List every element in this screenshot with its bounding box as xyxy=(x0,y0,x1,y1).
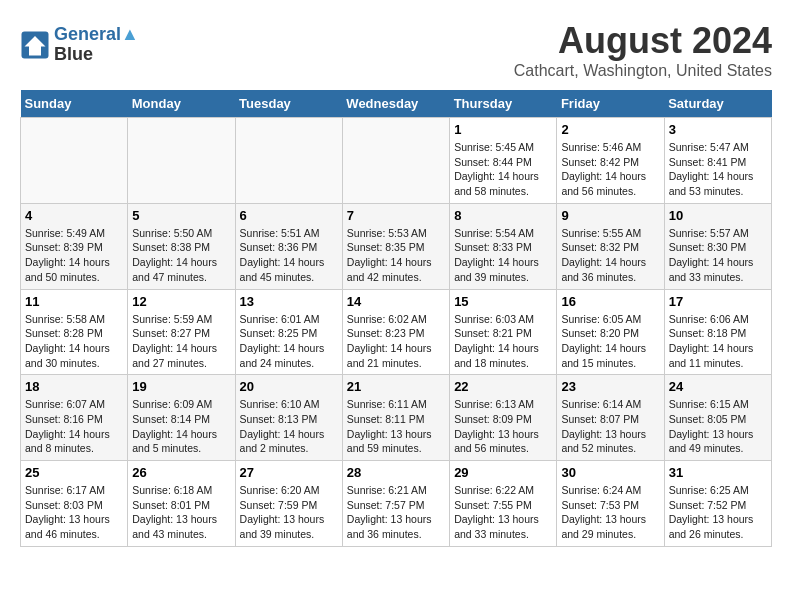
day-number: 30 xyxy=(561,465,659,480)
day-info: Sunrise: 6:09 AM Sunset: 8:14 PM Dayligh… xyxy=(132,397,230,456)
calendar-cell: 12Sunrise: 5:59 AM Sunset: 8:27 PM Dayli… xyxy=(128,289,235,375)
day-info: Sunrise: 5:46 AM Sunset: 8:42 PM Dayligh… xyxy=(561,140,659,199)
calendar-cell: 7Sunrise: 5:53 AM Sunset: 8:35 PM Daylig… xyxy=(342,203,449,289)
calendar-week-row: 18Sunrise: 6:07 AM Sunset: 8:16 PM Dayli… xyxy=(21,375,772,461)
calendar-cell: 5Sunrise: 5:50 AM Sunset: 8:38 PM Daylig… xyxy=(128,203,235,289)
day-number: 26 xyxy=(132,465,230,480)
day-number: 18 xyxy=(25,379,123,394)
day-number: 7 xyxy=(347,208,445,223)
day-info: Sunrise: 6:22 AM Sunset: 7:55 PM Dayligh… xyxy=(454,483,552,542)
weekday-header-monday: Monday xyxy=(128,90,235,118)
day-info: Sunrise: 5:57 AM Sunset: 8:30 PM Dayligh… xyxy=(669,226,767,285)
day-info: Sunrise: 6:07 AM Sunset: 8:16 PM Dayligh… xyxy=(25,397,123,456)
weekday-header-friday: Friday xyxy=(557,90,664,118)
day-info: Sunrise: 5:59 AM Sunset: 8:27 PM Dayligh… xyxy=(132,312,230,371)
calendar-cell: 28Sunrise: 6:21 AM Sunset: 7:57 PM Dayli… xyxy=(342,461,449,547)
calendar-week-row: 4Sunrise: 5:49 AM Sunset: 8:39 PM Daylig… xyxy=(21,203,772,289)
calendar-cell: 11Sunrise: 5:58 AM Sunset: 8:28 PM Dayli… xyxy=(21,289,128,375)
day-number: 9 xyxy=(561,208,659,223)
day-info: Sunrise: 6:20 AM Sunset: 7:59 PM Dayligh… xyxy=(240,483,338,542)
day-info: Sunrise: 6:11 AM Sunset: 8:11 PM Dayligh… xyxy=(347,397,445,456)
calendar-cell: 18Sunrise: 6:07 AM Sunset: 8:16 PM Dayli… xyxy=(21,375,128,461)
day-number: 3 xyxy=(669,122,767,137)
day-number: 21 xyxy=(347,379,445,394)
calendar-cell: 26Sunrise: 6:18 AM Sunset: 8:01 PM Dayli… xyxy=(128,461,235,547)
calendar-cell: 9Sunrise: 5:55 AM Sunset: 8:32 PM Daylig… xyxy=(557,203,664,289)
calendar-cell: 15Sunrise: 6:03 AM Sunset: 8:21 PM Dayli… xyxy=(450,289,557,375)
weekday-header-thursday: Thursday xyxy=(450,90,557,118)
calendar-cell: 13Sunrise: 6:01 AM Sunset: 8:25 PM Dayli… xyxy=(235,289,342,375)
calendar-cell: 1Sunrise: 5:45 AM Sunset: 8:44 PM Daylig… xyxy=(450,118,557,204)
weekday-header-sunday: Sunday xyxy=(21,90,128,118)
day-info: Sunrise: 5:47 AM Sunset: 8:41 PM Dayligh… xyxy=(669,140,767,199)
calendar-cell: 3Sunrise: 5:47 AM Sunset: 8:41 PM Daylig… xyxy=(664,118,771,204)
calendar-cell: 27Sunrise: 6:20 AM Sunset: 7:59 PM Dayli… xyxy=(235,461,342,547)
day-number: 31 xyxy=(669,465,767,480)
calendar-cell xyxy=(235,118,342,204)
day-number: 23 xyxy=(561,379,659,394)
calendar-cell: 22Sunrise: 6:13 AM Sunset: 8:09 PM Dayli… xyxy=(450,375,557,461)
day-info: Sunrise: 6:17 AM Sunset: 8:03 PM Dayligh… xyxy=(25,483,123,542)
day-info: Sunrise: 5:58 AM Sunset: 8:28 PM Dayligh… xyxy=(25,312,123,371)
day-info: Sunrise: 5:49 AM Sunset: 8:39 PM Dayligh… xyxy=(25,226,123,285)
calendar-cell: 14Sunrise: 6:02 AM Sunset: 8:23 PM Dayli… xyxy=(342,289,449,375)
day-number: 2 xyxy=(561,122,659,137)
calendar-cell: 29Sunrise: 6:22 AM Sunset: 7:55 PM Dayli… xyxy=(450,461,557,547)
calendar-cell: 16Sunrise: 6:05 AM Sunset: 8:20 PM Dayli… xyxy=(557,289,664,375)
day-number: 25 xyxy=(25,465,123,480)
day-info: Sunrise: 6:15 AM Sunset: 8:05 PM Dayligh… xyxy=(669,397,767,456)
day-info: Sunrise: 5:50 AM Sunset: 8:38 PM Dayligh… xyxy=(132,226,230,285)
calendar-cell: 25Sunrise: 6:17 AM Sunset: 8:03 PM Dayli… xyxy=(21,461,128,547)
day-number: 10 xyxy=(669,208,767,223)
day-info: Sunrise: 6:21 AM Sunset: 7:57 PM Dayligh… xyxy=(347,483,445,542)
calendar-week-row: 1Sunrise: 5:45 AM Sunset: 8:44 PM Daylig… xyxy=(21,118,772,204)
calendar-cell: 4Sunrise: 5:49 AM Sunset: 8:39 PM Daylig… xyxy=(21,203,128,289)
calendar-cell xyxy=(21,118,128,204)
day-info: Sunrise: 6:01 AM Sunset: 8:25 PM Dayligh… xyxy=(240,312,338,371)
calendar-cell xyxy=(128,118,235,204)
calendar-cell: 30Sunrise: 6:24 AM Sunset: 7:53 PM Dayli… xyxy=(557,461,664,547)
day-number: 22 xyxy=(454,379,552,394)
logo: General▲ Blue xyxy=(20,25,139,65)
day-number: 8 xyxy=(454,208,552,223)
calendar-week-row: 11Sunrise: 5:58 AM Sunset: 8:28 PM Dayli… xyxy=(21,289,772,375)
weekday-header-row: SundayMondayTuesdayWednesdayThursdayFrid… xyxy=(21,90,772,118)
weekday-header-saturday: Saturday xyxy=(664,90,771,118)
logo-icon xyxy=(20,30,50,60)
day-number: 24 xyxy=(669,379,767,394)
day-number: 15 xyxy=(454,294,552,309)
day-number: 14 xyxy=(347,294,445,309)
calendar-cell: 23Sunrise: 6:14 AM Sunset: 8:07 PM Dayli… xyxy=(557,375,664,461)
day-number: 11 xyxy=(25,294,123,309)
logo-line1: General xyxy=(54,24,121,44)
calendar-cell: 6Sunrise: 5:51 AM Sunset: 8:36 PM Daylig… xyxy=(235,203,342,289)
title-block: August 2024 Cathcart, Washington, United… xyxy=(514,20,772,80)
calendar-cell: 20Sunrise: 6:10 AM Sunset: 8:13 PM Dayli… xyxy=(235,375,342,461)
day-number: 29 xyxy=(454,465,552,480)
calendar-cell: 31Sunrise: 6:25 AM Sunset: 7:52 PM Dayli… xyxy=(664,461,771,547)
calendar-cell: 17Sunrise: 6:06 AM Sunset: 8:18 PM Dayli… xyxy=(664,289,771,375)
weekday-header-wednesday: Wednesday xyxy=(342,90,449,118)
logo-line2: Blue xyxy=(54,45,139,65)
day-info: Sunrise: 5:53 AM Sunset: 8:35 PM Dayligh… xyxy=(347,226,445,285)
day-info: Sunrise: 6:24 AM Sunset: 7:53 PM Dayligh… xyxy=(561,483,659,542)
day-info: Sunrise: 6:02 AM Sunset: 8:23 PM Dayligh… xyxy=(347,312,445,371)
day-info: Sunrise: 6:25 AM Sunset: 7:52 PM Dayligh… xyxy=(669,483,767,542)
calendar-table: SundayMondayTuesdayWednesdayThursdayFrid… xyxy=(20,90,772,547)
calendar-cell: 21Sunrise: 6:11 AM Sunset: 8:11 PM Dayli… xyxy=(342,375,449,461)
day-info: Sunrise: 6:10 AM Sunset: 8:13 PM Dayligh… xyxy=(240,397,338,456)
day-info: Sunrise: 6:05 AM Sunset: 8:20 PM Dayligh… xyxy=(561,312,659,371)
calendar-cell: 24Sunrise: 6:15 AM Sunset: 8:05 PM Dayli… xyxy=(664,375,771,461)
day-info: Sunrise: 5:54 AM Sunset: 8:33 PM Dayligh… xyxy=(454,226,552,285)
day-info: Sunrise: 5:51 AM Sunset: 8:36 PM Dayligh… xyxy=(240,226,338,285)
day-info: Sunrise: 6:03 AM Sunset: 8:21 PM Dayligh… xyxy=(454,312,552,371)
weekday-header-tuesday: Tuesday xyxy=(235,90,342,118)
page-header: General▲ Blue August 2024 Cathcart, Wash… xyxy=(20,20,772,80)
day-number: 16 xyxy=(561,294,659,309)
calendar-week-row: 25Sunrise: 6:17 AM Sunset: 8:03 PM Dayli… xyxy=(21,461,772,547)
page-subtitle: Cathcart, Washington, United States xyxy=(514,62,772,80)
day-number: 20 xyxy=(240,379,338,394)
day-info: Sunrise: 6:06 AM Sunset: 8:18 PM Dayligh… xyxy=(669,312,767,371)
day-info: Sunrise: 6:18 AM Sunset: 8:01 PM Dayligh… xyxy=(132,483,230,542)
calendar-cell: 19Sunrise: 6:09 AM Sunset: 8:14 PM Dayli… xyxy=(128,375,235,461)
